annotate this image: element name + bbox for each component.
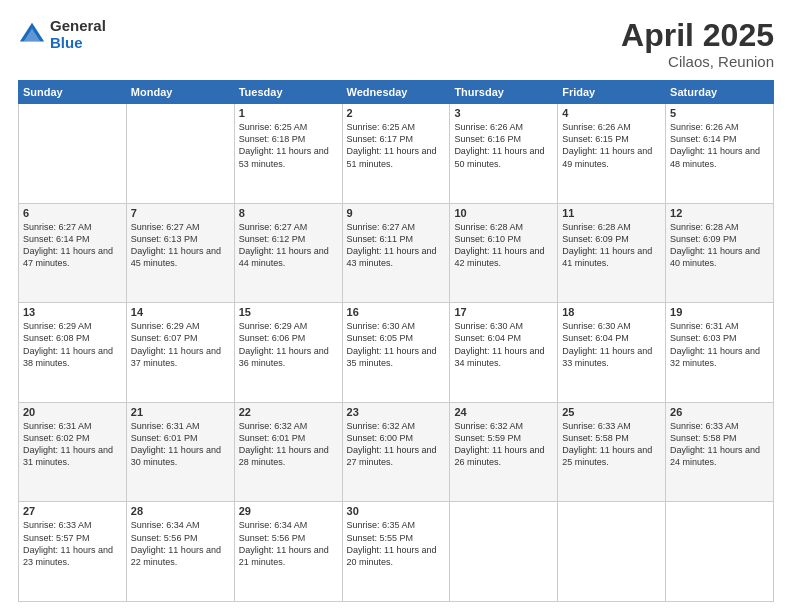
day-number: 1 [239, 107, 338, 119]
cell-text: Sunrise: 6:27 AMSunset: 6:11 PMDaylight:… [347, 221, 446, 270]
weekday-monday: Monday [126, 81, 234, 104]
day-number: 29 [239, 505, 338, 517]
day-number: 20 [23, 406, 122, 418]
calendar-cell: 7Sunrise: 6:27 AMSunset: 6:13 PMDaylight… [126, 203, 234, 303]
cell-text: Sunrise: 6:30 AMSunset: 6:05 PMDaylight:… [347, 320, 446, 369]
cell-text: Sunrise: 6:25 AMSunset: 6:18 PMDaylight:… [239, 121, 338, 170]
cell-text: Sunrise: 6:27 AMSunset: 6:12 PMDaylight:… [239, 221, 338, 270]
day-number: 18 [562, 306, 661, 318]
calendar-cell [558, 502, 666, 602]
location: Cilaos, Reunion [621, 53, 774, 70]
day-number: 10 [454, 207, 553, 219]
calendar-cell: 14Sunrise: 6:29 AMSunset: 6:07 PMDayligh… [126, 303, 234, 403]
calendar-cell: 23Sunrise: 6:32 AMSunset: 6:00 PMDayligh… [342, 402, 450, 502]
logo: General Blue [18, 18, 106, 51]
calendar-cell: 28Sunrise: 6:34 AMSunset: 5:56 PMDayligh… [126, 502, 234, 602]
calendar-cell: 13Sunrise: 6:29 AMSunset: 6:08 PMDayligh… [19, 303, 127, 403]
day-number: 13 [23, 306, 122, 318]
cell-text: Sunrise: 6:34 AMSunset: 5:56 PMDaylight:… [131, 519, 230, 568]
cell-text: Sunrise: 6:26 AMSunset: 6:14 PMDaylight:… [670, 121, 769, 170]
cell-text: Sunrise: 6:31 AMSunset: 6:02 PMDaylight:… [23, 420, 122, 469]
cell-text: Sunrise: 6:26 AMSunset: 6:16 PMDaylight:… [454, 121, 553, 170]
calendar-cell: 1Sunrise: 6:25 AMSunset: 6:18 PMDaylight… [234, 104, 342, 204]
calendar-cell [450, 502, 558, 602]
calendar-body: 1Sunrise: 6:25 AMSunset: 6:18 PMDaylight… [19, 104, 774, 602]
weekday-thursday: Thursday [450, 81, 558, 104]
calendar-cell: 29Sunrise: 6:34 AMSunset: 5:56 PMDayligh… [234, 502, 342, 602]
calendar-cell: 15Sunrise: 6:29 AMSunset: 6:06 PMDayligh… [234, 303, 342, 403]
calendar-cell: 27Sunrise: 6:33 AMSunset: 5:57 PMDayligh… [19, 502, 127, 602]
title-area: April 2025 Cilaos, Reunion [621, 18, 774, 70]
logo-icon [18, 21, 46, 49]
day-number: 12 [670, 207, 769, 219]
day-number: 6 [23, 207, 122, 219]
cell-text: Sunrise: 6:29 AMSunset: 6:06 PMDaylight:… [239, 320, 338, 369]
weekday-friday: Friday [558, 81, 666, 104]
day-number: 23 [347, 406, 446, 418]
cell-text: Sunrise: 6:27 AMSunset: 6:14 PMDaylight:… [23, 221, 122, 270]
weekday-wednesday: Wednesday [342, 81, 450, 104]
cell-text: Sunrise: 6:34 AMSunset: 5:56 PMDaylight:… [239, 519, 338, 568]
cell-text: Sunrise: 6:29 AMSunset: 6:07 PMDaylight:… [131, 320, 230, 369]
calendar-cell: 2Sunrise: 6:25 AMSunset: 6:17 PMDaylight… [342, 104, 450, 204]
calendar-cell: 21Sunrise: 6:31 AMSunset: 6:01 PMDayligh… [126, 402, 234, 502]
day-number: 15 [239, 306, 338, 318]
cell-text: Sunrise: 6:35 AMSunset: 5:55 PMDaylight:… [347, 519, 446, 568]
calendar-cell: 11Sunrise: 6:28 AMSunset: 6:09 PMDayligh… [558, 203, 666, 303]
calendar-cell [19, 104, 127, 204]
month-title: April 2025 [621, 18, 774, 53]
cell-text: Sunrise: 6:32 AMSunset: 6:00 PMDaylight:… [347, 420, 446, 469]
day-number: 8 [239, 207, 338, 219]
day-number: 28 [131, 505, 230, 517]
day-number: 16 [347, 306, 446, 318]
day-number: 4 [562, 107, 661, 119]
cell-text: Sunrise: 6:26 AMSunset: 6:15 PMDaylight:… [562, 121, 661, 170]
cell-text: Sunrise: 6:29 AMSunset: 6:08 PMDaylight:… [23, 320, 122, 369]
cell-text: Sunrise: 6:33 AMSunset: 5:57 PMDaylight:… [23, 519, 122, 568]
calendar-cell: 19Sunrise: 6:31 AMSunset: 6:03 PMDayligh… [666, 303, 774, 403]
day-number: 19 [670, 306, 769, 318]
week-row-1: 1Sunrise: 6:25 AMSunset: 6:18 PMDaylight… [19, 104, 774, 204]
page: General Blue April 2025 Cilaos, Reunion … [0, 0, 792, 612]
week-row-3: 13Sunrise: 6:29 AMSunset: 6:08 PMDayligh… [19, 303, 774, 403]
calendar-cell: 8Sunrise: 6:27 AMSunset: 6:12 PMDaylight… [234, 203, 342, 303]
weekday-saturday: Saturday [666, 81, 774, 104]
calendar-cell: 26Sunrise: 6:33 AMSunset: 5:58 PMDayligh… [666, 402, 774, 502]
calendar-cell: 12Sunrise: 6:28 AMSunset: 6:09 PMDayligh… [666, 203, 774, 303]
day-number: 5 [670, 107, 769, 119]
calendar-cell: 5Sunrise: 6:26 AMSunset: 6:14 PMDaylight… [666, 104, 774, 204]
calendar-cell: 3Sunrise: 6:26 AMSunset: 6:16 PMDaylight… [450, 104, 558, 204]
calendar-cell: 18Sunrise: 6:30 AMSunset: 6:04 PMDayligh… [558, 303, 666, 403]
day-number: 14 [131, 306, 230, 318]
day-number: 7 [131, 207, 230, 219]
calendar-cell: 6Sunrise: 6:27 AMSunset: 6:14 PMDaylight… [19, 203, 127, 303]
calendar: SundayMondayTuesdayWednesdayThursdayFrid… [18, 80, 774, 602]
day-number: 11 [562, 207, 661, 219]
calendar-cell: 9Sunrise: 6:27 AMSunset: 6:11 PMDaylight… [342, 203, 450, 303]
week-row-4: 20Sunrise: 6:31 AMSunset: 6:02 PMDayligh… [19, 402, 774, 502]
cell-text: Sunrise: 6:28 AMSunset: 6:09 PMDaylight:… [562, 221, 661, 270]
calendar-cell: 16Sunrise: 6:30 AMSunset: 6:05 PMDayligh… [342, 303, 450, 403]
calendar-cell: 25Sunrise: 6:33 AMSunset: 5:58 PMDayligh… [558, 402, 666, 502]
day-number: 17 [454, 306, 553, 318]
cell-text: Sunrise: 6:30 AMSunset: 6:04 PMDaylight:… [454, 320, 553, 369]
calendar-cell: 17Sunrise: 6:30 AMSunset: 6:04 PMDayligh… [450, 303, 558, 403]
calendar-cell: 24Sunrise: 6:32 AMSunset: 5:59 PMDayligh… [450, 402, 558, 502]
weekday-header: SundayMondayTuesdayWednesdayThursdayFrid… [19, 81, 774, 104]
calendar-cell: 22Sunrise: 6:32 AMSunset: 6:01 PMDayligh… [234, 402, 342, 502]
calendar-cell [666, 502, 774, 602]
cell-text: Sunrise: 6:25 AMSunset: 6:17 PMDaylight:… [347, 121, 446, 170]
cell-text: Sunrise: 6:32 AMSunset: 5:59 PMDaylight:… [454, 420, 553, 469]
calendar-cell: 30Sunrise: 6:35 AMSunset: 5:55 PMDayligh… [342, 502, 450, 602]
logo-blue: Blue [50, 35, 106, 52]
day-number: 26 [670, 406, 769, 418]
cell-text: Sunrise: 6:28 AMSunset: 6:10 PMDaylight:… [454, 221, 553, 270]
cell-text: Sunrise: 6:33 AMSunset: 5:58 PMDaylight:… [670, 420, 769, 469]
weekday-sunday: Sunday [19, 81, 127, 104]
calendar-cell: 4Sunrise: 6:26 AMSunset: 6:15 PMDaylight… [558, 104, 666, 204]
logo-general: General [50, 18, 106, 35]
cell-text: Sunrise: 6:28 AMSunset: 6:09 PMDaylight:… [670, 221, 769, 270]
day-number: 21 [131, 406, 230, 418]
cell-text: Sunrise: 6:32 AMSunset: 6:01 PMDaylight:… [239, 420, 338, 469]
day-number: 22 [239, 406, 338, 418]
